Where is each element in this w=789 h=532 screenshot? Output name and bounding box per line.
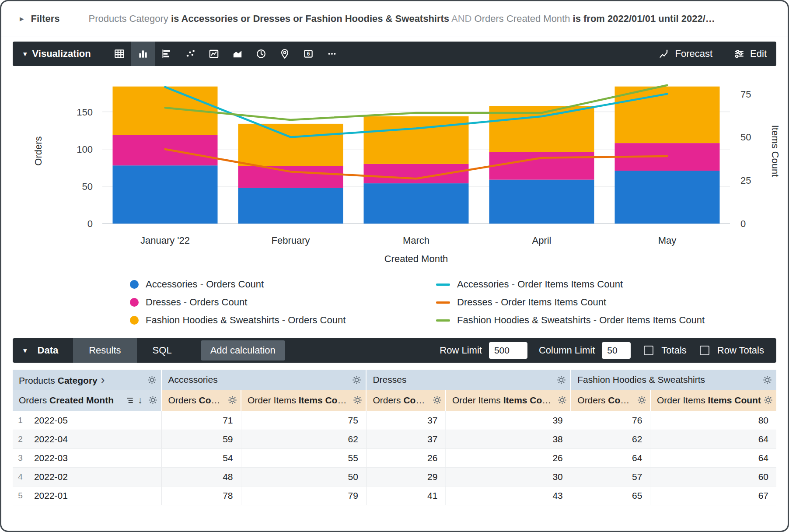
dimension-cell[interactable]: 2022-04 <box>28 430 162 448</box>
measure-cell[interactable]: 38 <box>446 430 571 448</box>
scatter-chart-icon[interactable] <box>178 42 202 66</box>
gear-icon[interactable] <box>148 396 157 405</box>
more-viz-types-icon[interactable] <box>320 42 344 66</box>
measure-cell[interactable]: 75 <box>241 411 366 430</box>
gear-icon[interactable] <box>763 375 772 385</box>
measure-cell[interactable]: 60 <box>650 467 776 486</box>
gear-icon[interactable] <box>433 396 442 405</box>
filter-summary[interactable]: Products Category is Accessories or Dres… <box>89 13 777 24</box>
column-header-measure[interactable]: Order Items Items Count <box>241 390 366 411</box>
gear-icon[interactable] <box>353 396 362 405</box>
chevron-down-icon[interactable]: ▾ <box>23 346 27 355</box>
legend-item[interactable]: Accessories - Orders Count <box>130 279 436 290</box>
column-header-measure[interactable]: Orders Count <box>161 390 241 411</box>
gear-icon[interactable] <box>147 375 157 385</box>
measure-cell[interactable]: 71 <box>161 411 241 430</box>
column-header-measure[interactable]: Orders Count <box>366 390 446 411</box>
forecast-button[interactable]: Forecast <box>658 48 712 60</box>
measure-cell[interactable]: 57 <box>571 467 650 486</box>
legend-item[interactable]: Accessories - Order Items Items Count <box>436 279 776 290</box>
area-chart-icon[interactable] <box>226 42 249 66</box>
table-row[interactable]: 22022-04596237386264 <box>13 430 776 448</box>
measure-cell[interactable]: 26 <box>446 448 571 467</box>
gear-icon[interactable] <box>637 396 646 405</box>
measure-cell[interactable]: 37 <box>366 411 446 430</box>
drill-chevron-icon[interactable]: › <box>101 373 105 386</box>
column-limit-input[interactable] <box>602 342 631 359</box>
measure-cell[interactable]: 59 <box>161 430 241 448</box>
legend-item[interactable]: Fashion Hoodies & Sweatshirts - Order It… <box>436 315 776 326</box>
legend-item[interactable]: Dresses - Order Items Items Count <box>436 297 776 308</box>
measure-cell[interactable]: 64 <box>571 448 650 467</box>
svg-text:50: 50 <box>82 181 93 192</box>
dimension-cell[interactable]: 2022-01 <box>28 486 162 505</box>
measure-cell[interactable]: 48 <box>161 467 241 486</box>
tab-sql[interactable]: SQL <box>137 338 188 363</box>
row-totals-checkbox[interactable] <box>700 346 709 355</box>
measure-cell[interactable]: 54 <box>161 448 241 467</box>
measure-cell[interactable]: 50 <box>241 467 366 486</box>
chart-legend: Accessories - Orders CountAccessories - … <box>13 273 776 332</box>
gear-icon[interactable] <box>352 375 361 385</box>
column-chart-icon[interactable] <box>131 42 155 66</box>
series-dot-icon <box>130 316 139 325</box>
chevron-down-icon[interactable]: ▾ <box>23 49 27 59</box>
measure-cell[interactable]: 41 <box>366 486 446 505</box>
column-header-dimension[interactable]: Orders Created Month↓ <box>13 390 161 411</box>
measure-cell[interactable]: 55 <box>241 448 366 467</box>
measure-cell[interactable]: 26 <box>366 448 446 467</box>
table-row[interactable]: 42022-02485029305760 <box>13 467 776 486</box>
table-row[interactable]: 32022-03545526266464 <box>13 448 776 467</box>
forecast-label: Forecast <box>675 48 712 60</box>
legend-item[interactable]: Fashion Hoodies & Sweatshirts - Orders C… <box>130 315 436 326</box>
measure-cell[interactable]: 64 <box>650 448 776 467</box>
column-group-measure[interactable]: Dresses <box>366 370 571 390</box>
measure-cell[interactable]: 76 <box>571 411 650 430</box>
add-calculation-button[interactable]: Add calculation <box>201 340 285 360</box>
measure-cell[interactable]: 30 <box>446 467 571 486</box>
pie-chart-icon[interactable] <box>249 42 273 66</box>
measure-cell[interactable]: 80 <box>650 411 776 430</box>
measure-cell[interactable]: 79 <box>241 486 366 505</box>
measure-cell[interactable]: 67 <box>650 486 776 505</box>
table-row[interactable]: 52022-01787941436567 <box>13 486 776 505</box>
measure-cell[interactable]: 64 <box>650 430 776 448</box>
bar-chart-icon[interactable] <box>155 42 178 66</box>
single-value-icon[interactable]: 6 <box>297 42 320 66</box>
legend-item[interactable]: Dresses - Orders Count <box>130 297 436 308</box>
filters-expand-icon[interactable]: ▸ <box>20 14 24 24</box>
tab-results[interactable]: Results <box>73 338 136 363</box>
measure-cell[interactable]: 78 <box>161 486 241 505</box>
table-icon[interactable] <box>108 42 131 66</box>
sort-desc-icon[interactable]: ↓ <box>138 395 143 406</box>
map-icon[interactable] <box>273 42 297 66</box>
gear-icon[interactable] <box>557 375 566 385</box>
column-group-measure[interactable]: Fashion Hoodies & Sweatshirts <box>571 370 776 390</box>
measure-cell[interactable]: 29 <box>366 467 446 486</box>
measure-cell[interactable]: 43 <box>446 486 571 505</box>
visualization-bar: ▾ Visualization <box>13 42 776 66</box>
dimension-cell[interactable]: 2022-03 <box>28 448 162 467</box>
data-bar: ▾ Data Results SQL Add calculation Row L… <box>13 338 776 363</box>
gear-icon[interactable] <box>558 396 567 405</box>
dimension-cell[interactable]: 2022-05 <box>28 411 162 430</box>
measure-cell[interactable]: 62 <box>571 430 650 448</box>
edit-button[interactable]: Edit <box>733 48 767 60</box>
column-group-dimension[interactable]: Products Category› <box>13 370 161 390</box>
gear-icon[interactable] <box>228 396 237 405</box>
dimension-cell[interactable]: 2022-02 <box>28 467 162 486</box>
measure-cell[interactable]: 39 <box>446 411 571 430</box>
column-header-measure[interactable]: Order Items Items Count <box>446 390 571 411</box>
measure-cell[interactable]: 62 <box>241 430 366 448</box>
gear-icon[interactable] <box>764 396 773 405</box>
measure-cell[interactable]: 37 <box>366 430 446 448</box>
totals-checkbox[interactable] <box>644 346 653 355</box>
column-header-measure[interactable]: Orders Count <box>571 390 650 411</box>
column-group-measure[interactable]: Accessories <box>161 370 366 390</box>
row-limit-input[interactable] <box>489 342 527 359</box>
table-row[interactable]: 12022-05717537397680 <box>13 411 776 430</box>
column-header-measure[interactable]: Order Items Items Count <box>650 390 776 411</box>
results-table-container: Products Category›AccessoriesDressesFash… <box>13 370 776 505</box>
measure-cell[interactable]: 65 <box>571 486 650 505</box>
line-chart-icon[interactable] <box>202 42 226 66</box>
